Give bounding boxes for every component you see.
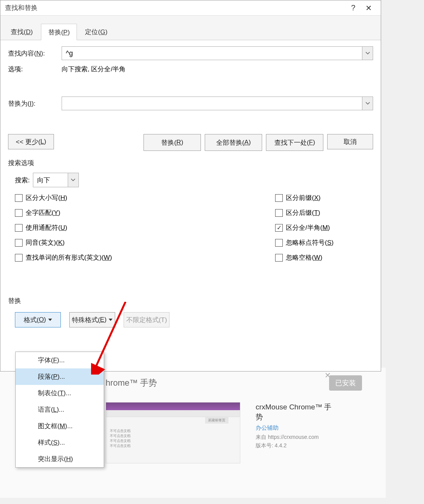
dialog-title: 查找和替换: [5, 3, 346, 12]
check-wildcards[interactable]: 使用通配符(U): [15, 223, 275, 232]
special-button[interactable]: 特殊格式(E): [69, 312, 115, 327]
ext-category[interactable]: 办公辅助: [256, 424, 332, 432]
check-match-case[interactable]: 区分大小写(H): [15, 193, 275, 202]
menu-font[interactable]: 字体(F)...: [16, 352, 104, 368]
tab-find[interactable]: 查找(D): [3, 23, 40, 40]
replace-all-button[interactable]: 全部替换(A): [205, 134, 262, 151]
replace-input[interactable]: [62, 100, 362, 108]
check-punct[interactable]: 忽略标点符号(S): [275, 238, 334, 247]
search-direction-label: 搜索:: [15, 176, 30, 185]
installed-badge: 已安装: [329, 375, 362, 391]
tab-goto[interactable]: 定位(G): [78, 23, 115, 40]
less-button[interactable]: << 更少(L): [8, 134, 54, 149]
menu-highlight[interactable]: 突出显示(H): [16, 451, 104, 467]
replace-button[interactable]: 替换(R): [144, 134, 201, 151]
checkbox-icon: [275, 224, 283, 232]
find-dropdown-icon[interactable]: [362, 47, 373, 60]
menu-style[interactable]: 样式(S)...: [16, 434, 104, 451]
ext-full-title: crxMouse Chrome™ 手势: [256, 402, 332, 422]
ext-source: 来自 https://crxmouse.com: [256, 434, 332, 441]
format-button[interactable]: 格式(O): [15, 312, 61, 327]
ext-version: 版本号: 4.4.2: [256, 442, 332, 449]
replace-dropdown-icon[interactable]: [362, 97, 373, 110]
search-direction-value: 向下: [33, 176, 68, 185]
no-format-button: 不限定格式(T): [124, 312, 170, 327]
help-icon[interactable]: ?: [346, 3, 361, 12]
cancel-button[interactable]: 取消: [327, 134, 373, 149]
checkbox-icon: [275, 194, 283, 202]
replace-section-title: 替换: [8, 296, 373, 305]
format-dropdown-menu: 字体(F)... 段落(P)... 制表位(T)... 语言(L)... 图文框…: [15, 352, 104, 468]
search-direction-select[interactable]: 向下: [33, 173, 79, 187]
ext-title-partial: hrome™ 手势: [106, 377, 157, 389]
checkbox-icon: [275, 239, 283, 247]
tab-replace[interactable]: 替换(P): [41, 24, 77, 40]
menu-language[interactable]: 语言(L)...: [16, 401, 104, 418]
menu-tabs[interactable]: 制表位(T)...: [16, 385, 104, 401]
find-replace-dialog: 查找和替换 ? ✕ 查找(D) 替换(P) 定位(G) 查找内容(N): 选项:…: [0, 0, 381, 371]
checkbox-icon: [15, 224, 23, 232]
ext-info-panel: crxMouse Chrome™ 手势 办公辅助 来自 https://crxm…: [256, 402, 332, 463]
check-prefix[interactable]: 区分前缀(X): [275, 193, 334, 202]
find-next-button[interactable]: 查找下一处(F): [266, 134, 323, 151]
find-label: 查找内容(N):: [8, 49, 62, 58]
check-sounds-like[interactable]: 同音(英文)(K): [15, 238, 275, 247]
check-word-forms[interactable]: 查找单词的所有形式(英文)(W): [15, 253, 275, 262]
options-label: 选项:: [8, 65, 62, 74]
checkbox-icon: [15, 209, 23, 217]
check-fullhalf[interactable]: 区分全/半角(M): [275, 223, 334, 232]
replace-input-combo[interactable]: [62, 97, 373, 110]
check-suffix[interactable]: 区分后缀(T): [275, 208, 334, 217]
find-input[interactable]: [62, 49, 362, 57]
checkbox-icon: [275, 209, 283, 217]
search-options-title: 搜索选项: [8, 159, 373, 167]
menu-paragraph[interactable]: 段落(P)...: [16, 368, 104, 385]
checkbox-icon: [275, 254, 283, 262]
check-space[interactable]: 忽略空格(W): [275, 253, 334, 262]
titlebar: 查找和替换 ? ✕: [0, 0, 381, 16]
checkbox-icon: [15, 254, 23, 262]
find-input-combo[interactable]: [62, 46, 373, 60]
options-value: 向下搜索, 区分全/半角: [62, 65, 126, 74]
checkbox-icon: [15, 194, 23, 202]
search-direction-dropdown-icon[interactable]: [68, 173, 78, 187]
checkbox-icon: [15, 239, 23, 247]
menu-frame[interactable]: 图文框(M)...: [16, 418, 104, 434]
replace-label: 替换为(I):: [8, 99, 62, 108]
close-icon[interactable]: ✕: [361, 3, 376, 13]
tab-bar: 查找(D) 替换(P) 定位(G): [0, 16, 381, 40]
check-whole-word[interactable]: 全字匹配(Y): [15, 208, 275, 217]
ext-screenshot: 新建标签页 不可点击文档 不可点击文档 不可点击文档 不可点击文档: [106, 402, 240, 463]
